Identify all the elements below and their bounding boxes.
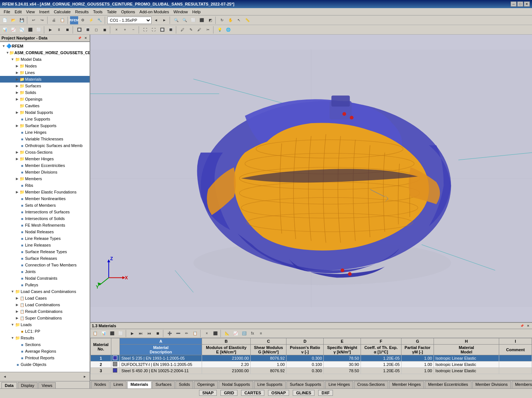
tb2-24[interactable]: 💡 — [216, 26, 224, 34]
tb-view3[interactable]: ◩ — [206, 16, 214, 24]
expand-openings[interactable]: ▶ — [15, 97, 19, 101]
tree-nodal-constraints[interactable]: ▶ ■ Nodal Constraints — [0, 275, 90, 282]
tt-b14[interactable]: ⬛ — [211, 329, 219, 338]
tab-lines[interactable]: Lines — [110, 381, 126, 388]
menu-addon[interactable]: Add-on Modules — [137, 9, 171, 15]
nav-tab-data[interactable]: Data — [1, 382, 17, 388]
tt-b16[interactable]: 📈 — [232, 329, 240, 338]
tree-result-combinations[interactable]: ▶ 📋 Result Combinations — [0, 308, 90, 315]
expand-member-elastic-foundations[interactable]: ▶ — [15, 190, 19, 194]
expand-super-combinations[interactable]: ▶ — [15, 316, 19, 320]
tb2-4[interactable]: ⬛ — [26, 26, 34, 34]
status-cartes[interactable]: CARTES — [241, 390, 264, 396]
minimize-btn[interactable]: ─ — [511, 1, 517, 7]
status-snap[interactable]: SNAP — [199, 390, 217, 396]
tree-member-hinges[interactable]: ▶ 📁 Member Hinges — [0, 156, 90, 162]
tb-b1[interactable]: RFEM — [70, 16, 78, 24]
viewport[interactable]: Z X Y — [90, 35, 532, 322]
expand-materials[interactable]: ▶ — [15, 77, 19, 81]
tree-sets-of-members[interactable]: ▶ ■ Sets of Members — [0, 202, 90, 209]
load-case-combo[interactable]: CO1 - 1.35xPP — [107, 17, 152, 24]
tree-nodal-releases[interactable]: ▶ ■ Nodal Releases — [0, 228, 90, 235]
status-dxf[interactable]: DXF — [318, 390, 333, 396]
tree-load-combinations[interactable]: ▶ 📋 Load Combinations — [0, 301, 90, 308]
tb2-16[interactable]: ⛶ — [141, 26, 149, 34]
tree-guide-objects[interactable]: ▶ ■ Guide Objects — [0, 361, 90, 368]
tt-b13[interactable]: × — [203, 329, 211, 338]
tree-load-cases[interactable]: ▶ 📋 Load Cases — [0, 295, 90, 301]
expand-project[interactable]: ▼ — [6, 50, 9, 55]
tb2-21[interactable]: ✎ — [187, 26, 195, 34]
tb-new[interactable]: 📄 — [1, 16, 9, 24]
table-row-3[interactable]: 3 Steel S 450 J0 | EN 10025-2:2004-11 21… — [91, 368, 532, 374]
tb-measure[interactable]: 📏 — [243, 16, 251, 24]
bottom-panel-pin[interactable]: 📌 — [519, 323, 525, 328]
tree-surface-release-types[interactable]: ▶ ■ Surface Release Types — [0, 248, 90, 255]
nav-tree[interactable]: ▼ 🔷 RFEM ▼ 📁 ASM_CORNUE_HORIZ_GOUSSETS_C… — [0, 42, 90, 372]
tree-line-supports[interactable]: ▶ ■ Line Supports — [0, 116, 90, 122]
tree-rfem[interactable]: ▼ 🔷 RFEM — [0, 43, 90, 49]
nav-scroll-left[interactable]: ◄ — [1, 373, 9, 381]
menu-results[interactable]: Results — [73, 9, 91, 15]
tb2-1[interactable]: 📊 — [1, 26, 9, 34]
tb2-20[interactable]: 🖊 — [178, 26, 187, 34]
expand-solids[interactable]: ▶ — [15, 90, 19, 95]
tt-b12[interactable]: 📋 — [191, 329, 199, 338]
nav-close-btn[interactable]: ✕ — [83, 35, 88, 41]
tt-b15[interactable]: 📐 — [223, 329, 231, 338]
tb2-14[interactable]: + — [121, 26, 129, 34]
tb2-3[interactable]: 📉 — [18, 26, 26, 34]
tb2-13[interactable]: × — [112, 26, 121, 34]
expand-loads[interactable]: ▼ — [10, 322, 15, 327]
tt-b5[interactable]: ▶ — [128, 329, 136, 338]
expand-model-data[interactable]: ▼ — [10, 57, 15, 62]
menu-tools[interactable]: Tools — [91, 9, 105, 15]
tree-loads[interactable]: ▼ 📁 Loads — [0, 321, 90, 328]
tb-view2[interactable]: ⬛ — [198, 16, 206, 24]
data-table-wrapper[interactable]: MaterialNo. A B C D E F G H I — [90, 338, 532, 380]
expand-surface-supports[interactable]: ▶ — [15, 123, 19, 128]
tb-open[interactable]: 📂 — [9, 16, 17, 24]
tree-cavities[interactable]: ▶ 📁 Cavities — [0, 102, 90, 109]
tree-variable-thicknesses[interactable]: ▶ ■ Variable Thicknesses — [0, 136, 90, 142]
expand-load-cases[interactable]: ▶ — [15, 296, 19, 300]
tt-b9[interactable]: ➕ — [166, 329, 174, 338]
tree-printout-reports[interactable]: ▶ ■ Printout Reports — [0, 355, 90, 361]
tab-members[interactable]: Members — [512, 381, 532, 388]
tb2-15[interactable]: − — [129, 26, 138, 34]
tb2-5[interactable]: ⬜ — [35, 26, 43, 34]
tree-surface-releases[interactable]: ▶ ■ Surface Releases — [0, 255, 90, 262]
tb-zoom-in[interactable]: 🔍 — [172, 16, 180, 24]
menu-view[interactable]: View — [24, 9, 37, 15]
tab-nodal-supports[interactable]: Nodal Supports — [219, 381, 253, 388]
tb-nav-prev[interactable]: ◄ — [152, 16, 160, 24]
tt-b7[interactable]: ⏮ — [145, 329, 153, 338]
tree-line-release-types[interactable]: ▶ ■ Line Release Types — [0, 235, 90, 242]
nav-tab-views[interactable]: Views — [38, 382, 56, 388]
tree-materials[interactable]: ▶ 📁 Materials — [0, 76, 90, 83]
tt-b1[interactable]: 📋 — [91, 329, 99, 338]
tree-fe-mesh-refinements[interactable]: ▶ ■ FE Mesh Refinements — [0, 222, 90, 228]
nav-scroll-right[interactable]: ► — [81, 373, 89, 381]
tree-joints[interactable]: ▶ ■ Joints — [0, 268, 90, 275]
menu-edit[interactable]: Edit — [13, 9, 24, 15]
expand-rfem[interactable]: ▼ — [1, 44, 6, 48]
tb-b4[interactable]: 🔧 — [95, 16, 104, 24]
tree-intersections-of-surfaces[interactable]: ▶ ■ Intersections of Surfaces — [0, 209, 90, 215]
tb2-17[interactable]: ⛶ — [150, 26, 158, 34]
tab-solids[interactable]: Solids — [175, 381, 193, 388]
tb-undo[interactable]: ↩ — [29, 16, 38, 24]
tree-line-hinges[interactable]: ▶ ■ Line Hinges — [0, 129, 90, 136]
tab-cross-sections[interactable]: Cross-Sections — [354, 381, 388, 388]
tab-line-hinges[interactable]: Line Hinges — [325, 381, 353, 388]
tb-zoom-out[interactable]: 🔍 — [181, 16, 189, 24]
tree-average-regions[interactable]: ▶ ■ Average Regions — [0, 348, 90, 355]
tree-ribs[interactable]: ▶ ■ Ribs — [0, 182, 90, 189]
tab-openings[interactable]: Openings — [194, 381, 218, 388]
tb-view1[interactable]: ⬜ — [189, 16, 197, 24]
expand-result-combinations[interactable]: ▶ — [15, 309, 19, 314]
tb-save[interactable]: 💾 — [18, 16, 26, 24]
tree-load-cases-combinations[interactable]: ▼ 📁 Load Cases and Combinations — [0, 288, 90, 295]
tb2-22[interactable]: 🖋 — [195, 26, 204, 34]
expand-members[interactable]: ▶ — [15, 177, 19, 181]
